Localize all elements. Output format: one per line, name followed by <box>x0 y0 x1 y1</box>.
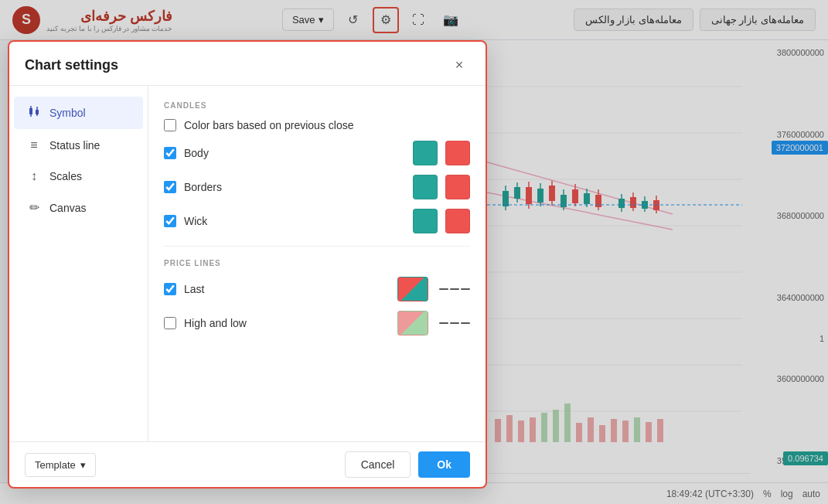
last-row: Last <box>164 277 470 301</box>
dash-1 <box>439 288 448 290</box>
body-color-red[interactable] <box>445 141 470 165</box>
dialog-nav: Symbol ≡ Status line ↕ Scales ✏ Canvas <box>9 86 148 441</box>
wick-color-green[interactable] <box>413 209 438 233</box>
high-low-color-preview[interactable] <box>397 311 428 335</box>
dialog-title: Chart settings <box>25 57 118 73</box>
borders-label: Borders <box>184 181 405 193</box>
chart-settings-dialog: Chart settings × Symbol <box>8 40 487 489</box>
pencil-icon: ✏ <box>26 200 42 215</box>
high-low-dash-line <box>439 322 470 324</box>
borders-color-red[interactable] <box>445 175 470 199</box>
high-low-row: High and low <box>164 311 470 335</box>
body-checkbox[interactable] <box>164 147 176 159</box>
nav-item-scales[interactable]: ↕ Scales <box>14 162 143 191</box>
status-line-icon: ≡ <box>26 138 42 152</box>
high-low-label: High and low <box>184 317 390 329</box>
dialog-content: CANDLES Color bars based on previous clo… <box>148 86 486 441</box>
wick-label: Wick <box>184 215 405 227</box>
last-checkbox[interactable] <box>164 283 176 295</box>
candlestick-icon <box>26 104 42 121</box>
nav-item-status-line[interactable]: ≡ Status line <box>14 131 143 160</box>
body-color-green[interactable] <box>413 141 438 165</box>
ok-button[interactable]: Ok <box>418 451 470 478</box>
dash-6 <box>461 322 470 324</box>
color-bars-checkbox[interactable] <box>164 119 176 131</box>
nav-item-canvas[interactable]: ✏ Canvas <box>14 192 143 223</box>
high-low-checkbox[interactable] <box>164 317 176 329</box>
last-label: Last <box>184 283 390 295</box>
dash-4 <box>439 322 448 324</box>
svg-rect-52 <box>29 108 32 114</box>
template-label: Template <box>35 459 76 471</box>
dialog-body: Symbol ≡ Status line ↕ Scales ✏ Canvas C… <box>9 86 486 441</box>
scales-icon: ↕ <box>26 169 42 183</box>
last-color-preview[interactable] <box>397 277 428 301</box>
dash-2 <box>450 288 459 290</box>
footer-actions: Cancel Ok <box>345 451 470 478</box>
nav-scales-label: Scales <box>49 170 82 182</box>
nav-item-symbol[interactable]: Symbol <box>14 97 143 129</box>
template-chevron-icon: ▾ <box>80 459 86 471</box>
candles-section-label: CANDLES <box>164 101 470 110</box>
price-lines-section-label: PRICE LINES <box>164 259 470 267</box>
template-button[interactable]: Template ▾ <box>25 453 96 477</box>
body-row: Body <box>164 141 470 165</box>
dialog-header: Chart settings × <box>9 42 486 86</box>
borders-checkbox[interactable] <box>164 181 176 193</box>
nav-canvas-label: Canvas <box>49 202 86 214</box>
dialog-footer: Template ▾ Cancel Ok <box>9 441 486 487</box>
svg-rect-55 <box>36 110 39 114</box>
nav-status-label: Status line <box>49 139 100 152</box>
last-dash-line <box>439 288 470 290</box>
borders-color-green[interactable] <box>413 175 438 199</box>
wick-row: Wick <box>164 209 470 233</box>
wick-color-red[interactable] <box>445 209 470 233</box>
body-label: Body <box>184 147 405 159</box>
borders-row: Borders <box>164 175 470 199</box>
section-divider <box>164 246 470 247</box>
dash-5 <box>450 322 459 324</box>
dash-3 <box>461 288 470 290</box>
close-dialog-button[interactable]: × <box>448 54 470 76</box>
nav-symbol-label: Symbol <box>49 107 86 119</box>
color-bars-row: Color bars based on previous close <box>164 119 470 131</box>
wick-checkbox[interactable] <box>164 215 176 227</box>
cancel-button[interactable]: Cancel <box>345 451 411 478</box>
color-bars-label: Color bars based on previous close <box>184 119 470 131</box>
